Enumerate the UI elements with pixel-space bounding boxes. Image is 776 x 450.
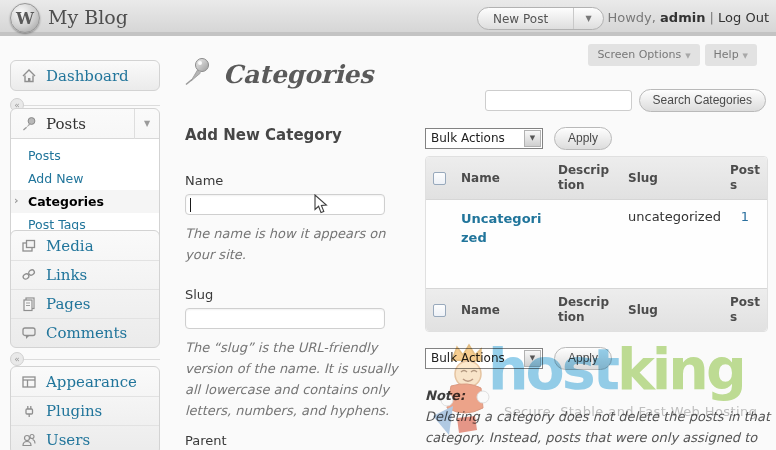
add-new-category-heading: Add New Category (185, 126, 401, 144)
media-icon (21, 238, 37, 254)
users-icon (21, 432, 37, 448)
collapse-menu-icon[interactable]: « (10, 352, 24, 366)
howdy-text: Howdy, (607, 10, 655, 25)
new-post-button[interactable]: New Post ▼ (477, 7, 604, 30)
select-all-checkbox[interactable] (433, 304, 446, 317)
screen-options-label: Screen Options (597, 48, 681, 61)
apply-button[interactable]: Apply (554, 127, 612, 150)
sidebar-item-links[interactable]: Links (11, 260, 159, 289)
sidebar-item-label: Appearance (46, 373, 137, 391)
text-caret (190, 198, 191, 212)
spacer (185, 265, 401, 287)
note-label: Note: (425, 385, 771, 406)
username-link[interactable]: admin (660, 10, 705, 25)
slug-input[interactable] (185, 308, 385, 329)
sidebar-item-label: Comments (46, 324, 127, 342)
help-tab[interactable]: Help▼ (705, 44, 757, 66)
help-label: Help (714, 48, 739, 61)
admin-header-bar: W My Blog New Post ▼ Howdy, admin | Log … (0, 0, 776, 36)
user-links: Howdy, admin | Log Out (607, 10, 769, 25)
sidebar-item-label: Pages (46, 295, 91, 313)
divider-text: | (710, 10, 714, 25)
categories-table: Name Description Slug Posts Uncategorize… (425, 156, 768, 332)
note-text: Deleting a category does not delete the … (425, 409, 770, 450)
select-dropdown-arrow-icon[interactable]: ▼ (524, 350, 541, 367)
sidebar-item-label: Dashboard (46, 67, 129, 85)
posts-menu-label: Posts (46, 115, 86, 133)
name-input[interactable] (185, 194, 385, 215)
help-arrow-icon: ▼ (743, 52, 748, 60)
slug-label: Slug (185, 287, 401, 302)
new-post-dropdown-arrow-icon[interactable]: ▼ (573, 8, 603, 29)
pages-icon (21, 296, 37, 312)
sidebar-item-plugins[interactable]: Plugins (11, 396, 159, 425)
column-header-posts: Posts (723, 157, 767, 200)
pushpin-icon (21, 116, 37, 132)
column-footer-posts: Posts (723, 288, 767, 331)
search-categories-button[interactable]: Search Categories (639, 89, 766, 112)
select-dropdown-arrow-icon[interactable]: ▼ (524, 130, 541, 147)
search-row: Search Categories (425, 88, 766, 112)
slug-help-text: The “slug” is the URL-friendly version o… (185, 337, 401, 421)
add-category-form: Add New Category Name The name is how it… (185, 126, 401, 450)
parent-label: Parent (185, 433, 401, 448)
screen-options-arrow-icon: ▼ (685, 52, 690, 60)
sidebar-item-pages[interactable]: Pages (11, 289, 159, 318)
wordpress-logo-icon[interactable]: W (10, 3, 40, 33)
sidebar-separator: « (10, 352, 160, 366)
logout-link[interactable]: Log Out (718, 10, 769, 25)
screen-meta-tabs: Screen Options▼ Help▼ (588, 44, 757, 66)
sidebar-item-users[interactable]: Users (11, 425, 159, 450)
bulk-actions-row-top: Bulk Actions ▼ Apply (425, 127, 766, 149)
categories-list-panel: Search Categories Bulk Actions ▼ Apply N… (425, 88, 766, 450)
spacer (185, 421, 401, 433)
page-title-row: Categories (182, 56, 373, 92)
name-help-text: The name is how it appears on your site. (185, 223, 401, 265)
separator-line (16, 105, 160, 106)
screen-options-tab[interactable]: Screen Options▼ (588, 44, 699, 66)
bulk-actions-select[interactable]: Bulk Actions ▼ (425, 128, 543, 149)
submenu-item-categories[interactable]: ›Categories (11, 190, 159, 213)
category-name-link[interactable]: Uncategorized (461, 211, 541, 245)
table-header-row: Name Description Slug Posts (426, 157, 767, 200)
page-title: Categories (223, 60, 373, 89)
links-icon (21, 267, 37, 283)
submenu-item-label: Categories (28, 194, 104, 209)
pushpin-title-icon (182, 56, 214, 92)
house-icon (21, 68, 37, 84)
posts-expand-arrow-icon[interactable]: ▼ (134, 109, 159, 139)
sidebar-item-appearance[interactable]: Appearance (11, 367, 159, 396)
site-title[interactable]: My Blog (48, 6, 128, 28)
new-post-label: New Post (478, 12, 573, 26)
sidebar-group-admin: Appearance Plugins Users (10, 366, 160, 450)
sidebar-group-library: Media Links Pages Comments (10, 230, 160, 348)
appearance-icon (21, 374, 37, 390)
sidebar-item-dashboard[interactable]: Dashboard (11, 61, 159, 90)
column-footer-description: Description (551, 288, 621, 331)
plugins-icon (21, 403, 37, 419)
mouse-cursor-icon (314, 194, 329, 219)
bulk-actions-selected: Bulk Actions (426, 351, 524, 365)
column-footer-slug: Slug (621, 288, 723, 331)
posts-submenu: Posts Add New ›Categories Post Tags (11, 139, 159, 242)
sidebar-item-comments[interactable]: Comments (11, 318, 159, 347)
category-post-count-link[interactable]: 1 (730, 209, 760, 224)
sidebar-item-media[interactable]: Media (11, 231, 159, 260)
select-all-checkbox[interactable] (433, 172, 446, 185)
submenu-item-posts[interactable]: Posts (11, 144, 159, 167)
search-input[interactable] (485, 90, 632, 111)
sidebar-group-dashboard: Dashboard (10, 60, 160, 91)
sidebar-item-label: Plugins (46, 402, 102, 420)
bulk-actions-select[interactable]: Bulk Actions ▼ (425, 348, 543, 369)
submenu-item-add-new[interactable]: Add New (11, 167, 159, 190)
note-block: Note: Deleting a category does not delet… (425, 385, 771, 450)
sidebar-item-label: Links (46, 266, 87, 284)
sidebar-item-posts[interactable]: Posts ▼ (11, 109, 159, 139)
sidebar-group-posts: Posts ▼ Posts Add New ›Categories Post T… (10, 108, 160, 243)
column-header-description: Description (551, 157, 621, 200)
apply-button[interactable]: Apply (554, 347, 612, 370)
sidebar-item-label: Users (46, 431, 90, 449)
name-label: Name (185, 173, 401, 188)
bulk-actions-row-bottom: Bulk Actions ▼ Apply (425, 347, 766, 369)
comments-icon (21, 325, 37, 341)
